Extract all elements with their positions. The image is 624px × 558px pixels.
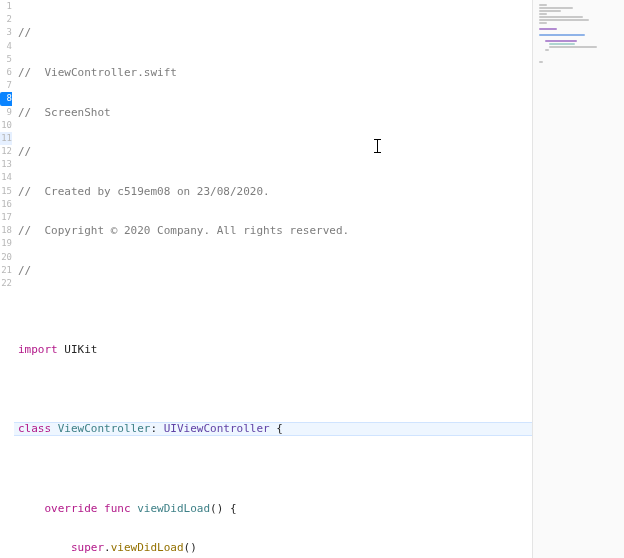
comment: // [18, 145, 31, 158]
line-number[interactable]: 22 [0, 277, 12, 290]
line-number[interactable]: 20 [0, 251, 12, 264]
line-number[interactable]: 14 [0, 171, 12, 184]
code-editor: 12345678910111213141516171819202122 // /… [0, 0, 624, 558]
line-number[interactable]: 18 [0, 224, 12, 237]
minimap-line [539, 16, 583, 18]
line-number[interactable]: 7 [0, 79, 12, 92]
line-number[interactable]: 13 [0, 158, 12, 171]
line-number[interactable]: 5 [0, 53, 12, 66]
class-decl-line: class ViewController: UIViewController { [14, 422, 532, 435]
line-number[interactable]: 6 [0, 66, 12, 79]
line-number[interactable]: 10 [0, 119, 12, 132]
minimap-line [545, 40, 577, 42]
line-number[interactable]: 9 [0, 106, 12, 119]
minimap-line [549, 46, 597, 48]
minimap-line [539, 61, 543, 63]
minimap-line [539, 7, 573, 9]
super-call-line: super.viewDidLoad() [18, 541, 532, 554]
minimap-line [539, 22, 547, 24]
line-number[interactable]: 4 [0, 40, 12, 53]
minimap[interactable] [532, 0, 624, 558]
comment: // ScreenShot [18, 106, 111, 119]
line-number[interactable]: 11 [0, 132, 12, 145]
line-number[interactable]: 1 [0, 0, 12, 13]
line-gutter[interactable]: 12345678910111213141516171819202122 [0, 0, 14, 558]
comment: // Copyright © 2020 Company. All rights … [18, 224, 349, 237]
code-area[interactable]: // // ViewController.swift // ScreenShot… [14, 0, 532, 558]
minimap-line [545, 49, 549, 51]
minimap-line [539, 4, 547, 6]
minimap-line [539, 10, 561, 12]
func-decl-line: override func viewDidLoad() { [18, 502, 532, 515]
comment: // Created by c519em08 on 23/08/2020. [18, 185, 270, 198]
line-number[interactable]: 15 [0, 185, 12, 198]
minimap-line [539, 13, 547, 15]
minimap-line [539, 28, 557, 30]
line-number[interactable]: 16 [0, 198, 12, 211]
comment: // ViewController.swift [18, 66, 177, 79]
line-number[interactable]: 2 [0, 13, 12, 26]
line-number[interactable]: 3 [0, 26, 12, 39]
line-number[interactable]: 21 [0, 264, 12, 277]
line-number[interactable]: 8 [0, 92, 12, 105]
line-number[interactable]: 12 [0, 145, 12, 158]
minimap-line [539, 34, 585, 36]
line-number[interactable]: 19 [0, 237, 12, 250]
minimap-line [549, 43, 575, 45]
import-line: import UIKit [18, 343, 532, 356]
comment: // [18, 26, 31, 39]
line-number[interactable]: 17 [0, 211, 12, 224]
minimap-line [539, 19, 589, 21]
comment: // [18, 264, 31, 277]
